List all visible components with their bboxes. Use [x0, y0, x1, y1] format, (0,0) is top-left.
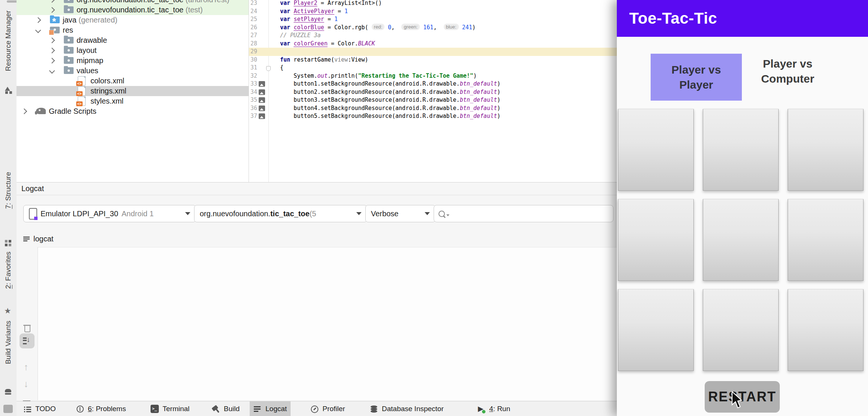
java-folder-icon	[50, 17, 60, 23]
structure-icon[interactable]	[4, 239, 12, 247]
grid-button-r2c1[interactable]	[618, 199, 694, 281]
toolbar-item-label: 4: Run	[489, 405, 510, 413]
line-number: 23	[249, 0, 257, 8]
project-tree-panel: org.nuevofoundation.tic_tac_toe (android…	[17, 0, 249, 182]
toolbar-item-logcat[interactable]: Logcat	[250, 401, 291, 416]
tree-row-label: Gradle Scripts	[49, 107, 96, 116]
res-folder-icon	[50, 27, 60, 33]
player-vs-player-button[interactable]: Player vs Player	[651, 54, 742, 101]
log-lines-icon	[23, 236, 30, 241]
toolbar-item-profiler[interactable]: Profiler	[307, 401, 349, 416]
code-line: button2.setBackgroundResource(android.R.…	[280, 88, 500, 96]
grid-button-r1c1[interactable]	[618, 109, 694, 191]
toolbar-item-build[interactable]: Build	[208, 401, 243, 416]
favorites-icon[interactable]	[4, 307, 12, 315]
toolbar-item-todo[interactable]: TODO	[20, 401, 60, 416]
search-input[interactable]	[451, 209, 609, 218]
scroll-to-end-icon	[23, 336, 32, 345]
logcat-tab[interactable]: logcat	[23, 231, 53, 246]
toolbar-item-label: Build	[224, 405, 240, 413]
code-line: {	[280, 64, 283, 72]
drawable-preview-icon[interactable]	[259, 106, 265, 111]
grid-button-r1c2[interactable]	[703, 109, 779, 191]
tree-row-styles-xml[interactable]: styles.xml	[17, 96, 249, 106]
chevron-right-icon[interactable]	[49, 58, 55, 64]
chevron-down-icon[interactable]	[35, 27, 41, 33]
code-line: var setPlayer = 1	[280, 15, 338, 24]
sidebar-item-resource-manager[interactable]: Resource Manager	[4, 11, 12, 71]
terminal-icon	[151, 405, 159, 413]
delete-icon	[23, 324, 32, 333]
code-line: button5.setBackgroundResource(android.R.…	[280, 112, 500, 121]
caret-line-highlight	[249, 48, 617, 56]
grid-button-r2c2[interactable]	[703, 199, 779, 281]
scroll-to-end-button[interactable]	[20, 333, 35, 348]
grid-button-r2c3[interactable]	[788, 199, 863, 281]
search-options-caret-icon[interactable]	[446, 214, 449, 216]
toolbar-item--problems[interactable]: 6: Problems	[72, 401, 130, 416]
toolbar-item-label: Terminal	[163, 405, 190, 413]
player-vs-computer-button[interactable]: Player vs Computer	[741, 56, 835, 86]
build-variants-icon[interactable]	[4, 387, 12, 396]
sidebar-item-structure[interactable]: 7: Structure	[4, 172, 12, 209]
gradle-icon	[36, 108, 46, 114]
tree-row-values[interactable]: values	[17, 66, 249, 76]
chevron-right-icon[interactable]	[49, 38, 55, 44]
drawable-preview-icon[interactable]	[259, 89, 265, 95]
sidebar-item-favorites[interactable]: 2: Favorites	[4, 252, 12, 289]
resource-manager-icon[interactable]	[4, 86, 12, 95]
process-name: org.nuevofoundation.tic_tac_toe (5	[200, 210, 316, 218]
build-icon	[212, 405, 220, 413]
tool-window-sidebar: Resource Manager7: Structure2: Favorites…	[0, 0, 17, 416]
chevron-right-icon[interactable]	[49, 7, 55, 13]
tree-row-mipmap[interactable]: mipmap	[17, 56, 249, 66]
arrow-up-button[interactable]	[20, 360, 35, 375]
tree-row-label: mipmap	[77, 56, 103, 65]
folder-icon	[64, 57, 74, 64]
tree-row-colors-xml[interactable]: colors.xml	[17, 76, 249, 86]
tree-row-label: org.nuevofoundation.tic_tac_toe (android…	[77, 0, 229, 4]
arrow-up-icon	[23, 363, 32, 372]
grid-button-r1c3[interactable]	[788, 109, 863, 191]
drawable-preview-icon[interactable]	[259, 81, 265, 87]
drawable-preview-icon[interactable]	[259, 113, 265, 119]
process-dropdown[interactable]: org.nuevofoundation.tic_tac_toe (5	[194, 205, 367, 222]
tree-row-org-nuevofoundation-tic-tac-toe[interactable]: org.nuevofoundation.tic_tac_toe (android…	[17, 0, 249, 5]
device-dropdown[interactable]: Emulator LDPI_API_30 Android 1	[23, 205, 196, 222]
grid-button-r3c2[interactable]	[703, 289, 779, 371]
chevron-down-icon[interactable]	[49, 68, 55, 74]
code-line: System.out.println("Restarting the Tac-T…	[280, 72, 477, 80]
folder-icon	[64, 37, 74, 44]
tree-row-org-nuevofoundation-tic-tac-toe[interactable]: org.nuevofoundation.tic_tac_toe (test)	[17, 5, 249, 15]
tree-row-label: drawable	[77, 36, 107, 45]
tree-row-drawable[interactable]: drawable	[17, 35, 249, 45]
tree-row-res[interactable]: res	[17, 25, 249, 35]
chevron-right-icon[interactable]	[49, 0, 55, 3]
grid-button-r3c1[interactable]	[618, 289, 694, 371]
android-studio-window: Resource Manager7: Structure2: Favorites…	[0, 0, 868, 416]
tree-row-java[interactable]: java (generated)	[17, 15, 249, 25]
chevron-right-icon[interactable]	[35, 17, 41, 23]
logcat-output-area[interactable]	[38, 247, 617, 400]
gutter-marker-icon[interactable]	[266, 66, 271, 71]
sidebar-item-build-variants[interactable]: Build Variants	[4, 321, 12, 364]
arrow-down-button[interactable]	[20, 377, 35, 392]
code-editor[interactable]: 23var Player2 = ArrayList<Int>()24var Ac…	[249, 0, 617, 182]
drawable-preview-icon[interactable]	[259, 97, 265, 103]
toolbar-item--run[interactable]: 4: Run	[473, 401, 514, 416]
tree-row-layout[interactable]: layout	[17, 45, 249, 56]
chevron-right-icon[interactable]	[21, 109, 27, 115]
grid-button-r3c3[interactable]	[788, 289, 863, 371]
logcat-search-box[interactable]	[434, 205, 613, 222]
chevron-right-icon[interactable]	[49, 48, 55, 54]
window-layout-icon[interactable]	[3, 405, 13, 413]
code-line: // PUZZLE 3a	[280, 32, 321, 40]
tree-row-strings-xml[interactable]: strings.xml	[17, 86, 249, 96]
tree-row-gradle-scripts[interactable]: Gradle Scripts	[17, 106, 249, 116]
toolbar-item-terminal[interactable]: Terminal	[147, 401, 193, 416]
toolbar-item-database-inspector[interactable]: Database Inspector	[366, 401, 448, 416]
log-level-dropdown[interactable]: Verbose	[365, 205, 436, 222]
xml-file-icon	[78, 86, 86, 96]
line-number: 29	[249, 48, 257, 56]
emulator-app-bar: Toe-Tac-Tic	[617, 0, 868, 37]
